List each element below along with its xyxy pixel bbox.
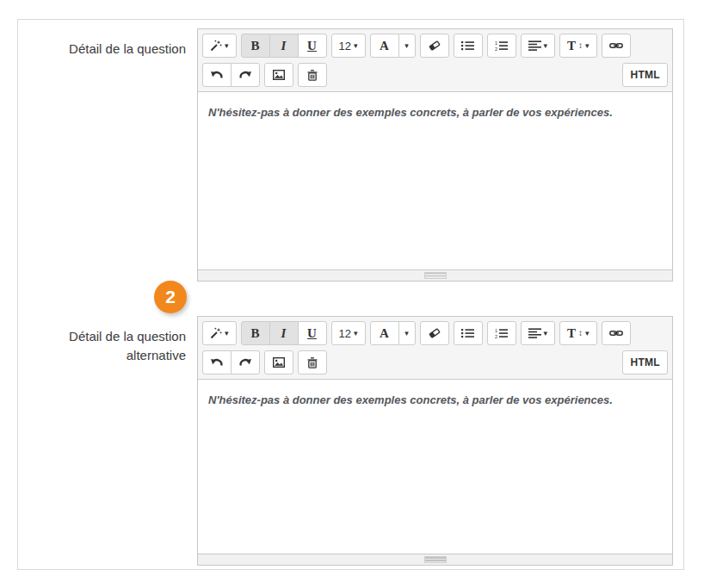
trash-icon — [307, 70, 318, 81]
question-detail-alternative-editor-column: ▾ B I U — [197, 316, 673, 566]
line-height-dropdown[interactable]: T ↕ ▾ — [559, 34, 597, 58]
redo-icon — [238, 70, 252, 80]
magic-wand-icon — [210, 40, 222, 52]
editor-toolbar: ▾ B I U — [198, 317, 672, 380]
rich-text-editor-question-detail-alternative: ▾ B I U — [197, 316, 673, 566]
form-container: 2 Détail de la question — [17, 19, 684, 570]
undo-button[interactable] — [202, 63, 232, 87]
editor-toolbar: ▾ B I U — [198, 29, 672, 92]
link-button[interactable] — [602, 34, 631, 58]
link-icon — [609, 41, 623, 50]
undo-redo-button-group — [202, 350, 260, 374]
editor-resize-handle[interactable] — [424, 556, 447, 563]
delete-button[interactable] — [298, 350, 327, 374]
font-color-dropdown[interactable]: ▾ — [398, 34, 416, 58]
editor-content-area[interactable]: N'hésitez-pas à donner des exemples conc… — [198, 92, 672, 269]
undo-icon — [210, 70, 224, 80]
clear-formatting-button[interactable] — [420, 34, 449, 58]
rich-text-editor-question-detail: ▾ B I U — [197, 28, 673, 282]
step-badge-number: 2 — [165, 287, 176, 307]
html-source-button[interactable]: HTML — [622, 63, 668, 87]
undo-redo-button-group — [202, 63, 260, 87]
align-left-icon — [528, 40, 541, 51]
svg-text:2: 2 — [495, 46, 497, 51]
insert-image-button[interactable] — [264, 63, 293, 87]
link-button[interactable] — [602, 321, 631, 345]
italic-label: I — [281, 40, 287, 53]
font-color-dropdown[interactable]: ▾ — [398, 321, 416, 345]
bold-button[interactable]: B — [241, 34, 270, 58]
page: 2 Détail de la question — [0, 0, 710, 588]
bold-button[interactable]: B — [241, 321, 270, 345]
text-style-button-group: B I U — [241, 34, 327, 58]
image-icon — [273, 70, 285, 80]
caret-down-icon: ▾ — [585, 330, 590, 337]
font-color-button[interactable]: A — [370, 34, 399, 58]
insert-image-button[interactable] — [264, 350, 293, 374]
updown-arrow-icon: ↕ — [578, 41, 583, 50]
caret-down-icon: ▾ — [544, 42, 548, 50]
redo-button[interactable] — [231, 350, 260, 374]
unordered-list-button[interactable] — [454, 321, 483, 345]
redo-button[interactable] — [231, 63, 260, 87]
font-size-value: 12 — [339, 40, 351, 53]
editor-content-text: N'hésitez-pas à donner des exemples conc… — [208, 106, 613, 119]
clear-formatting-button[interactable] — [420, 321, 449, 345]
editor-footer — [198, 269, 672, 281]
ordered-list-button[interactable]: 1 2 — [487, 34, 516, 58]
html-button-label: HTML — [630, 356, 660, 368]
font-color-label: A — [380, 327, 389, 340]
font-color-split-button: A ▾ — [370, 321, 416, 345]
editor-content-area[interactable]: N'hésitez-pas à donner des exemples conc… — [198, 380, 672, 554]
ordered-list-button[interactable]: 1 2 — [487, 321, 516, 345]
line-height-label: T — [567, 327, 576, 340]
underline-button[interactable]: U — [298, 34, 327, 58]
updown-arrow-icon: ↕ — [578, 329, 583, 337]
unordered-list-button[interactable] — [454, 34, 483, 58]
toolbar-row-2: HTML — [202, 350, 668, 374]
delete-button[interactable] — [298, 63, 327, 87]
font-size-dropdown[interactable]: 12 ▾ — [331, 34, 366, 58]
question-detail-editor-column: ▾ B I U — [197, 28, 673, 282]
underline-button[interactable]: U — [298, 321, 327, 345]
font-size-value: 12 — [339, 327, 351, 340]
underline-label: U — [307, 40, 317, 53]
caret-down-icon: ▾ — [354, 330, 358, 337]
caret-down-icon: ▾ — [404, 42, 409, 50]
font-color-split-button: A ▾ — [370, 34, 416, 58]
align-left-icon — [528, 328, 541, 338]
bold-label: B — [251, 40, 260, 53]
toolbar-row-1: ▾ B I U — [202, 321, 668, 345]
editor-resize-handle[interactable] — [424, 272, 447, 279]
align-dropdown[interactable]: ▾ — [521, 321, 556, 345]
align-dropdown[interactable]: ▾ — [521, 34, 556, 58]
caret-down-icon: ▾ — [225, 42, 229, 50]
html-source-button[interactable]: HTML — [622, 350, 668, 374]
line-height-label: T — [567, 40, 576, 53]
italic-button[interactable]: I — [269, 321, 299, 345]
form-row-question-detail-alternative: Détail de la question alternative — [18, 316, 683, 566]
redo-icon — [238, 357, 252, 368]
font-size-dropdown[interactable]: 12 ▾ — [331, 321, 366, 345]
text-style-button-group: B I U — [241, 321, 327, 345]
caret-down-icon: ▾ — [585, 42, 590, 50]
line-height-dropdown[interactable]: T ↕ ▾ — [559, 321, 597, 345]
undo-button[interactable] — [202, 350, 232, 374]
caret-down-icon: ▾ — [225, 330, 229, 337]
ordered-list-icon: 1 2 — [495, 328, 508, 338]
ordered-list-icon: 1 2 — [495, 40, 508, 51]
unordered-list-icon — [461, 40, 474, 51]
editor-footer — [198, 554, 672, 565]
eraser-icon — [429, 40, 441, 52]
magic-wand-icon — [210, 327, 222, 339]
svg-text:1: 1 — [495, 328, 497, 333]
question-detail-label: Détail de la question — [18, 28, 186, 282]
unordered-list-icon — [461, 328, 474, 338]
font-color-button[interactable]: A — [370, 321, 399, 345]
italic-button[interactable]: I — [269, 34, 299, 58]
bold-label: B — [251, 327, 260, 340]
magic-wand-menu-button[interactable]: ▾ — [202, 321, 237, 345]
magic-wand-menu-button[interactable]: ▾ — [202, 34, 237, 58]
caret-down-icon: ▾ — [354, 42, 358, 50]
form-row-question-detail: Détail de la question — [18, 28, 683, 282]
